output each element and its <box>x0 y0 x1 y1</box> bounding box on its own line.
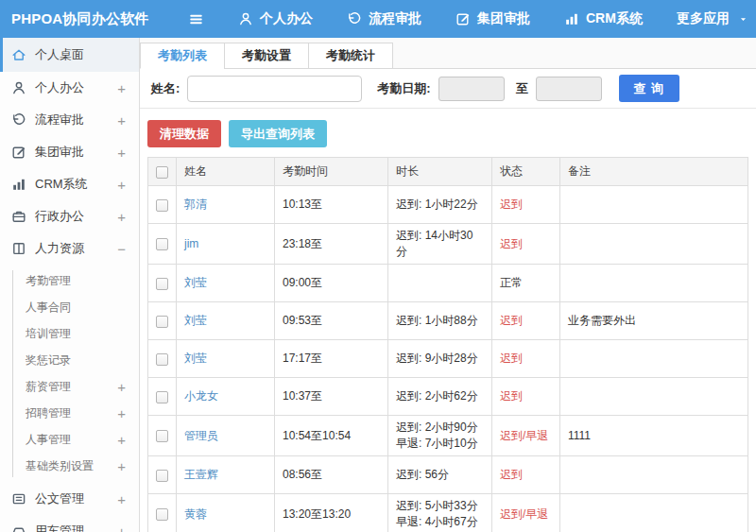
date-to-input[interactable] <box>536 77 602 101</box>
nav-item-crm-system[interactable]: CRM系统 <box>564 10 643 27</box>
employee-name-link[interactable]: 黄蓉 <box>184 507 207 521</box>
name-cell: 王壹辉 <box>177 456 275 494</box>
sidebar-subitem-reward-punishment[interactable]: 奖惩记录 <box>0 347 139 373</box>
employee-name-link[interactable]: 王壹辉 <box>184 468 218 481</box>
row-select-cell <box>148 224 177 265</box>
row-checkbox[interactable] <box>156 391 168 403</box>
time-cell: 09:00至 <box>275 265 388 302</box>
tab-attendance-stats[interactable]: 考勤统计 <box>308 43 393 69</box>
employee-name-link[interactable]: 管理员 <box>184 429 218 442</box>
edit-icon <box>455 11 471 26</box>
row-checkbox[interactable] <box>156 199 168 212</box>
app-window: PHPOA协同办公软件 个人办公流程审批集团审批CRM系统更多应用 个人桌面个人… <box>0 0 756 532</box>
sidebar-item-vehicle-management[interactable]: 用车管理+ <box>0 515 139 532</box>
menu-icon <box>188 11 204 27</box>
employee-name-link[interactable]: 郭清 <box>184 197 207 211</box>
expand-toggle-icon[interactable]: + <box>117 113 126 128</box>
person-icon <box>238 11 253 26</box>
nav-item-workflow-approval[interactable]: 流程审批 <box>347 10 421 27</box>
duration-line: 迟到: 56分 <box>396 467 484 483</box>
status-badge: 正常 <box>500 276 523 289</box>
sidebar: 个人桌面个人办公+流程审批+集团审批+CRM系统+行政办公+人力资源−考勤管理人… <box>0 38 140 532</box>
row-checkbox[interactable] <box>156 508 168 521</box>
sidebar-item-label: 集团审批 <box>35 144 109 161</box>
status-badge: 迟到 <box>500 237 523 250</box>
sidebar-subitem-personnel-management[interactable]: 人事管理+ <box>0 426 139 453</box>
nav-item-personal-office[interactable]: 个人办公 <box>238 10 313 27</box>
export-list-button[interactable]: 导出查询列表 <box>229 120 327 147</box>
time-cell: 10:13至 <box>275 186 388 224</box>
clear-data-button[interactable]: 清理数据 <box>147 120 221 147</box>
time-cell: 17:17至 <box>275 340 388 378</box>
row-checkbox[interactable] <box>156 353 168 366</box>
employee-name-link[interactable]: 刘莹 <box>184 276 207 289</box>
sidebar-subitem-label: 考勤管理 <box>26 273 126 289</box>
row-checkbox[interactable] <box>156 470 168 482</box>
row-select-cell <box>148 378 177 416</box>
expand-toggle-icon[interactable]: + <box>117 524 126 532</box>
expand-toggle-icon[interactable]: + <box>117 433 126 447</box>
sidebar-subitem-training-management[interactable]: 培训管理 <box>0 320 139 347</box>
expand-toggle-icon[interactable]: + <box>117 146 126 160</box>
sidebar-subitem-attendance-management[interactable]: 考勤管理 <box>0 267 139 294</box>
employee-name-link[interactable]: 刘莹 <box>184 314 207 327</box>
sidebar-item-crm-system[interactable]: CRM系统+ <box>0 168 139 200</box>
row-checkbox[interactable] <box>156 238 168 250</box>
undo-icon <box>11 112 26 128</box>
duration-cell: 迟到: 1小时88分 <box>388 302 492 340</box>
tab-attendance-list[interactable]: 考勤列表 <box>140 43 225 69</box>
sidebar-item-label: CRM系统 <box>35 176 109 193</box>
nav-item-group-approval[interactable]: 集团审批 <box>455 10 530 27</box>
employee-name-link[interactable]: jim <box>184 237 198 250</box>
time-cell: 23:18至 <box>275 224 388 265</box>
query-button[interactable]: 查 询 <box>619 75 679 102</box>
menu-toggle-button[interactable] <box>185 9 206 29</box>
expand-toggle-icon[interactable]: + <box>117 406 126 420</box>
name-filter-input[interactable] <box>187 76 362 102</box>
employee-name-link[interactable]: 小龙女 <box>184 389 218 403</box>
car-icon <box>11 523 26 532</box>
date-to-label: 至 <box>516 80 528 97</box>
expand-toggle-icon[interactable]: + <box>117 81 126 95</box>
sidebar-subitem-label: 基础类别设置 <box>26 458 117 474</box>
note-cell <box>560 494 748 532</box>
expand-toggle-icon[interactable]: + <box>117 210 126 224</box>
sidebar-item-human-resources[interactable]: 人力资源− <box>0 232 139 265</box>
sidebar-item-admin-office[interactable]: 行政办公+ <box>0 200 139 232</box>
sidebar-subitem-hr-contract[interactable]: 人事合同 <box>0 294 139 320</box>
note-cell <box>560 265 748 302</box>
duration-line: 迟到: 14小时30分 <box>396 228 484 260</box>
top-nav: 个人办公流程审批集团审批CRM系统更多应用 <box>238 10 748 27</box>
sidebar-subitem-salary-management[interactable]: 薪资管理+ <box>0 373 139 400</box>
sidebar-item-personal-office[interactable]: 个人办公+ <box>0 72 139 104</box>
duration-line: 早退: 7小时10分 <box>396 436 484 452</box>
status-cell: 迟到 <box>492 224 560 265</box>
sidebar-item-document-management[interactable]: 公文管理+ <box>0 483 139 515</box>
row-select-cell <box>148 416 177 456</box>
sidebar-subitem-basic-category-settings[interactable]: 基础类别设置+ <box>0 453 139 479</box>
sidebar-item-group-approval[interactable]: 集团审批+ <box>0 136 139 168</box>
date-from-input[interactable] <box>438 77 505 101</box>
tab-attendance-settings[interactable]: 考勤设置 <box>224 43 309 69</box>
expand-toggle-icon[interactable]: + <box>117 492 126 506</box>
sidebar-subitem-label: 奖惩记录 <box>26 352 126 369</box>
row-checkbox[interactable] <box>156 316 168 328</box>
nav-item-more-apps[interactable]: 更多应用 <box>677 10 748 27</box>
topbar: PHPOA协同办公软件 个人办公流程审批集团审批CRM系统更多应用 <box>0 0 756 38</box>
sidebar-item-workflow-approval[interactable]: 流程审批+ <box>0 104 139 136</box>
expand-toggle-icon[interactable]: − <box>117 242 126 256</box>
row-checkbox[interactable] <box>156 430 168 442</box>
expand-toggle-icon[interactable]: + <box>117 178 126 192</box>
employee-name-link[interactable]: 刘莹 <box>184 352 207 365</box>
expand-toggle-icon[interactable]: + <box>117 459 126 473</box>
select-all-checkbox[interactable] <box>156 166 168 179</box>
sidebar-subitem-recruitment-management[interactable]: 招聘管理+ <box>0 400 139 426</box>
undo-icon <box>347 11 362 26</box>
caret-down-icon <box>738 14 748 25</box>
duration-cell: 迟到: 5小时33分早退: 4小时67分 <box>388 494 492 532</box>
sidebar-item-personal-desktop[interactable]: 个人桌面 <box>0 38 139 72</box>
expand-toggle-icon[interactable]: + <box>117 380 126 394</box>
duration-cell: 迟到: 56分 <box>388 456 492 494</box>
column-header-note: 备注 <box>560 158 748 186</box>
row-checkbox[interactable] <box>156 278 168 290</box>
